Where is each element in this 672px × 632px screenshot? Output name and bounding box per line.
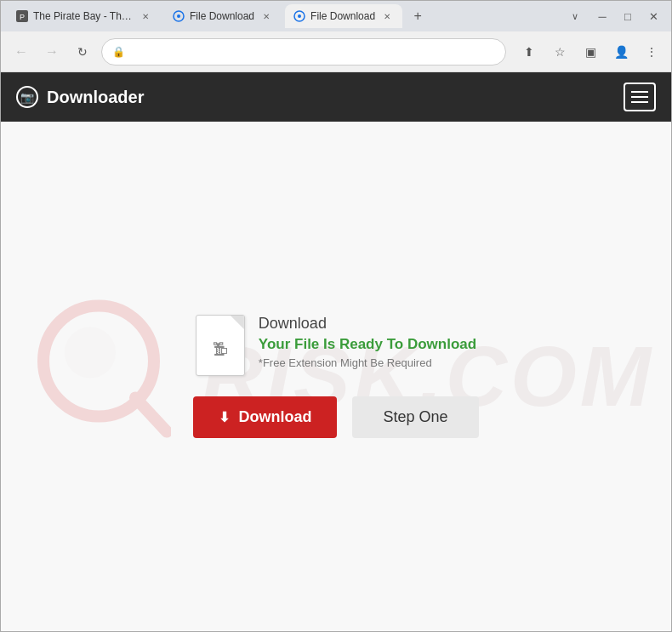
toggle-bar-3 <box>631 101 648 103</box>
tab-pirate-bay-title: The Pirate Bay - The... <box>33 10 134 22</box>
svg-point-5 <box>298 14 301 18</box>
address-bar-actions: ⬆ ☆ ▣ 👤 ⋮ <box>518 41 663 63</box>
site-navbar: 📷 Downloader <box>1 72 671 122</box>
download-text: Download Your File Is Ready To Download … <box>259 315 476 369</box>
address-input[interactable]: 🔒 <box>101 38 506 65</box>
address-bar: ← → ↻ 🔒 ⬆ ☆ ▣ 👤 ⋮ <box>1 31 671 72</box>
download-arrow-icon: ⬇ <box>219 409 230 425</box>
download-button-label: Download <box>238 408 311 426</box>
bookmark-button[interactable]: ☆ <box>549 41 571 63</box>
svg-text:P: P <box>20 13 25 21</box>
download-note: *Free Extension Might Be Required <box>259 356 476 369</box>
lock-icon: 🔒 <box>112 46 125 58</box>
tab-file-download-1[interactable]: File Download ✕ <box>164 4 282 28</box>
new-tab-button[interactable]: + <box>406 4 430 28</box>
close-button[interactable]: ✕ <box>646 9 661 24</box>
menu-button[interactable]: ⋮ <box>641 41 663 63</box>
toggle-bar-2 <box>631 96 648 98</box>
chevron-up-control[interactable]: ∨ <box>566 9 584 24</box>
button-row: ⬇ Download Step One <box>193 396 478 438</box>
download-info: 🗜 Download Your File Is Ready To Downloa… <box>196 315 476 376</box>
svg-point-3 <box>177 14 180 18</box>
title-bar: P The Pirate Bay - The... ✕ File Downloa… <box>1 1 671 31</box>
page-content: 📷 Downloader RISK.COM <box>1 72 671 631</box>
tab-file-download-2[interactable]: File Download ✕ <box>285 4 402 28</box>
browser-window: P The Pirate Bay - The... ✕ File Downloa… <box>0 0 672 632</box>
sidebar-button[interactable]: ▣ <box>579 41 601 63</box>
tab-file-download-1-close[interactable]: ✕ <box>259 9 273 23</box>
window-controls: ∨ ─ □ ✕ <box>566 9 664 24</box>
tab-file-download-2-close[interactable]: ✕ <box>380 9 394 23</box>
back-button[interactable]: ← <box>9 40 33 64</box>
forward-button[interactable]: → <box>40 40 64 64</box>
tab-pirate-bay[interactable]: P The Pirate Bay - The... ✕ <box>8 4 161 28</box>
download-title: Download <box>259 315 476 333</box>
navbar-brand: 📷 Downloader <box>16 86 144 108</box>
step-one-label: Step One <box>383 408 447 425</box>
download-button[interactable]: ⬇ Download <box>193 396 337 438</box>
toggle-bar-1 <box>631 91 648 93</box>
pirate-bay-favicon: P <box>16 10 28 22</box>
camera-icon: 📷 <box>20 91 34 104</box>
file-download-2-favicon <box>293 10 305 22</box>
tab-file-download-2-title: File Download <box>310 10 375 22</box>
file-icon-corner <box>231 316 244 329</box>
tab-file-download-1-title: File Download <box>190 10 254 22</box>
navbar-toggle-button[interactable] <box>624 83 656 111</box>
minimize-button[interactable]: ─ <box>595 9 610 24</box>
download-ready-text: Your File Is Ready To Download <box>259 336 476 353</box>
svg-point-8 <box>65 327 116 378</box>
main-content: RISK.COM 🗜 Download Your File Is Ready T… <box>1 122 671 631</box>
file-icon: 🗜 <box>196 315 245 376</box>
step-one-button[interactable]: Step One <box>352 396 478 438</box>
zip-icon: 🗜 <box>213 341 228 359</box>
brand-icon: 📷 <box>16 86 38 108</box>
download-card: 🗜 Download Your File Is Ready To Downloa… <box>193 315 478 438</box>
watermark-magnifier <box>35 297 171 441</box>
maximize-button[interactable]: □ <box>620 9 635 24</box>
refresh-button[interactable]: ↻ <box>71 40 94 64</box>
file-download-1-favicon <box>173 10 185 22</box>
profile-button[interactable]: 👤 <box>610 41 632 63</box>
svg-line-7 <box>135 397 167 431</box>
tab-pirate-bay-close[interactable]: ✕ <box>139 9 152 23</box>
brand-name: Downloader <box>47 88 144 107</box>
share-button[interactable]: ⬆ <box>518 41 540 63</box>
